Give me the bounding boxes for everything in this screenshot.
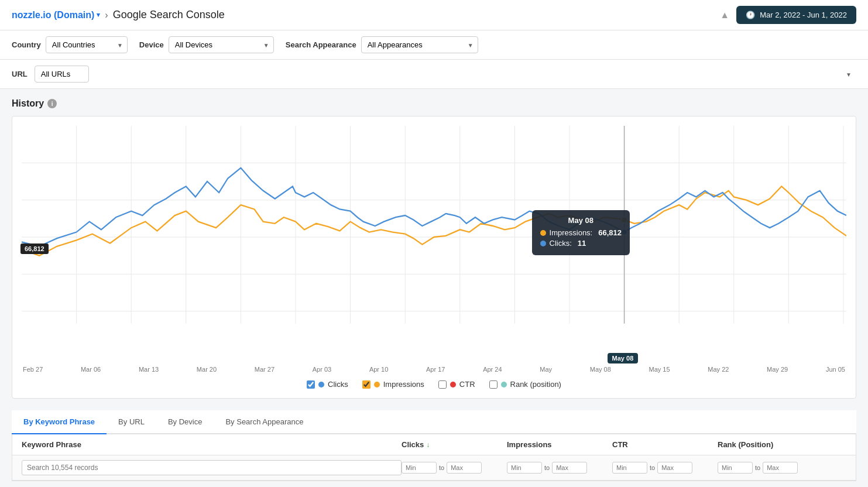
- ctr-filter-cell: to: [612, 460, 718, 475]
- x-label-11: May 15: [649, 366, 670, 373]
- ctr-min-input[interactable]: [612, 462, 647, 474]
- x-label-7: Apr 17: [426, 366, 445, 373]
- history-section-title: History i: [12, 98, 856, 109]
- col-ctr: CTR: [612, 440, 718, 449]
- tab-keyword-phrase[interactable]: By Keyword Phrase: [12, 410, 107, 434]
- device-select[interactable]: All Devices: [169, 36, 274, 53]
- table-container: Keyword Phrase Clicks ↓ Impressions CTR …: [12, 434, 856, 481]
- date-range-label: Mar 2, 2022 - Jun 1, 2022: [760, 11, 847, 19]
- device-label: Device: [139, 40, 164, 49]
- col-impressions-label: Impressions: [507, 440, 552, 449]
- x-label-0: Feb 27: [23, 366, 43, 373]
- date-range-button[interactable]: 🕐 Mar 2, 2022 - Jun 1, 2022: [736, 6, 856, 24]
- rank-min-input[interactable]: [718, 462, 753, 474]
- clicks-max-input[interactable]: [447, 462, 482, 474]
- url-select-wrapper: All URLs: [35, 66, 856, 83]
- col-rank: Rank (Position): [718, 440, 846, 449]
- legend-impressions-label: Impressions: [383, 380, 424, 389]
- legend-ctr-checkbox[interactable]: [438, 380, 447, 389]
- x-label-9: May: [540, 366, 552, 373]
- filters-bar: Country All Countries Device All Devices…: [0, 30, 868, 60]
- tab-search-appearance[interactable]: By Search Appearance: [214, 410, 315, 434]
- x-label-14: Jun 05: [826, 366, 845, 373]
- legend-ctr-dot: [450, 382, 456, 387]
- clicks-to-label: to: [439, 464, 444, 471]
- x-label-6: Apr 10: [369, 366, 388, 373]
- chart-svg: [22, 126, 846, 348]
- legend-clicks-dot: [318, 382, 324, 387]
- history-title-text: History: [12, 98, 44, 109]
- keyword-search-cell: [22, 460, 402, 475]
- clicks-min-input[interactable]: [402, 462, 437, 474]
- legend-clicks-checkbox[interactable]: [307, 380, 315, 389]
- clock-icon: 🕐: [746, 11, 755, 19]
- legend-rank-checkbox[interactable]: [489, 380, 498, 389]
- main-content: History i: [0, 89, 868, 487]
- col-rank-label: Rank (Position): [718, 440, 773, 449]
- brand-chevron[interactable]: ▾: [97, 11, 100, 19]
- impressions-filter-cell: to: [507, 460, 612, 475]
- legend-impressions-checkbox[interactable]: [362, 380, 370, 389]
- x-label-3: Mar 20: [197, 366, 217, 373]
- rank-filter-cell: to: [718, 460, 846, 475]
- brand-link[interactable]: nozzle.io (Domain) ▾: [12, 10, 100, 20]
- x-label-8: Apr 24: [483, 366, 502, 373]
- impressions-to-label: to: [544, 464, 550, 471]
- x-label-13: May 29: [767, 366, 788, 373]
- col-keyword-label: Keyword Phrase: [22, 440, 81, 449]
- impressions-max-input[interactable]: [552, 462, 587, 474]
- col-clicks-label: Clicks: [402, 440, 424, 449]
- col-keyword-phrase: Keyword Phrase: [22, 440, 402, 449]
- svg-point-21: [622, 217, 627, 223]
- search-appearance-label: Search Appearance: [286, 40, 356, 49]
- legend-rank-dot: [501, 382, 507, 387]
- url-bar: URL All URLs: [0, 60, 868, 89]
- x-label-4: Mar 27: [255, 366, 275, 373]
- country-select[interactable]: All Countries: [46, 36, 128, 53]
- x-axis: Feb 27 Mar 06 Mar 13 Mar 20 Mar 27 Apr 0…: [22, 366, 846, 373]
- search-appearance-select[interactable]: All Appearances: [361, 36, 478, 53]
- legend-rank-label: Rank (position): [510, 380, 561, 389]
- legend-clicks-label: Clicks: [328, 380, 348, 389]
- legend-ctr: CTR: [438, 380, 475, 389]
- ctr-max-input[interactable]: [657, 462, 692, 474]
- chart-container: 66,812 May 08 Impressions: 66,812 Clicks…: [12, 116, 856, 399]
- chart-area: 66,812 May 08 Impressions: 66,812 Clicks…: [22, 126, 846, 348]
- brand-name: nozzle.io (Domain): [12, 10, 94, 20]
- svg-point-22: [622, 229, 627, 235]
- x-label-5: Apr 03: [313, 366, 331, 373]
- page-title: Google Search Console: [113, 9, 225, 21]
- tabs-section: By Keyword Phrase By URL By Device By Se…: [12, 410, 856, 481]
- tab-url[interactable]: By URL: [107, 410, 156, 434]
- device-select-wrapper: All Devices: [169, 36, 274, 53]
- impressions-min-input[interactable]: [507, 462, 542, 474]
- y-axis-label: 66,812: [20, 244, 49, 254]
- rank-max-input[interactable]: [763, 462, 798, 474]
- sort-arrow-clicks[interactable]: ↓: [426, 441, 430, 449]
- url-select[interactable]: All URLs: [35, 66, 89, 83]
- legend-impressions-dot: [374, 382, 380, 387]
- tabs-bar: By Keyword Phrase By URL By Device By Se…: [12, 410, 856, 434]
- alert-icon[interactable]: ▲: [720, 10, 729, 20]
- device-filter-group: Device All Devices: [139, 36, 274, 53]
- keyword-search-input[interactable]: [22, 460, 402, 475]
- x-label-12: May 22: [708, 366, 729, 373]
- legend-impressions: Impressions: [362, 380, 424, 389]
- x-label-2: Mar 13: [139, 366, 159, 373]
- country-select-wrapper: All Countries: [46, 36, 128, 53]
- table-header-row: Keyword Phrase Clicks ↓ Impressions CTR …: [12, 434, 856, 455]
- tooltip-x-label: May 08: [608, 353, 639, 363]
- col-impressions: Impressions: [507, 440, 612, 449]
- header-right: ▲ 🕐 Mar 2, 2022 - Jun 1, 2022: [720, 6, 856, 24]
- search-appearance-select-wrapper: All Appearances: [361, 36, 478, 53]
- tab-device[interactable]: By Device: [156, 410, 214, 434]
- history-info-icon[interactable]: i: [47, 99, 57, 108]
- url-label: URL: [12, 70, 28, 78]
- country-label: Country: [12, 40, 41, 49]
- header: nozzle.io (Domain) ▾ › Google Search Con…: [0, 0, 868, 30]
- legend-rank: Rank (position): [489, 380, 561, 389]
- clicks-filter-cell: to: [402, 460, 507, 475]
- col-clicks: Clicks ↓: [402, 440, 507, 449]
- col-ctr-label: CTR: [612, 440, 628, 449]
- ctr-to-label: to: [650, 464, 655, 471]
